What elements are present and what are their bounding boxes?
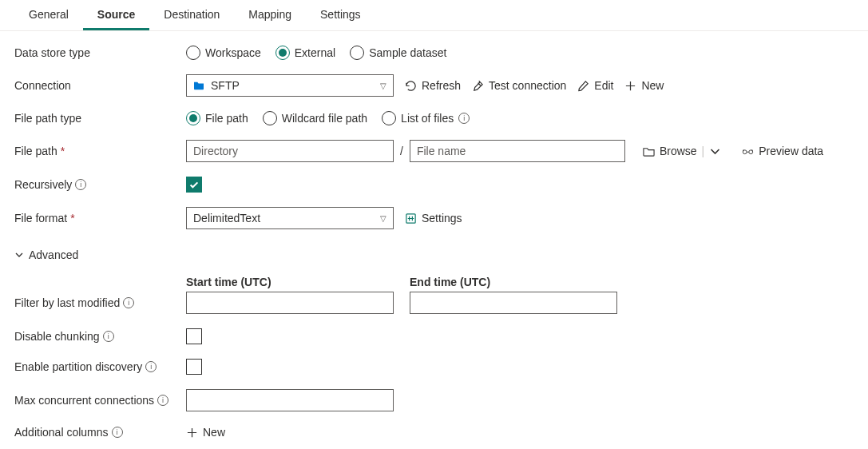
path-separator: / (400, 145, 403, 157)
settings-icon (405, 213, 417, 224)
label-recursively: Recursively i (14, 178, 186, 191)
label-disable-chunking: Disable chunking i (14, 330, 186, 343)
directory-input[interactable] (186, 140, 394, 162)
file-format-value: DelimitedText (193, 212, 260, 224)
connection-value: SFTP (211, 79, 240, 92)
browse-dropdown[interactable] (709, 145, 721, 157)
radio-workspace[interactable]: Workspace (186, 46, 261, 60)
format-settings-button[interactable]: Settings (405, 212, 462, 224)
filename-input[interactable] (410, 140, 625, 162)
tab-bar: General Source Destination Mapping Setti… (0, 0, 868, 31)
refresh-icon (405, 80, 417, 92)
edit-icon (577, 80, 589, 92)
refresh-button[interactable]: Refresh (405, 79, 461, 92)
label-file-path-type: File path type (14, 112, 186, 125)
add-column-button[interactable]: New (186, 426, 225, 439)
label-max-concurrent: Max concurrent connections i (14, 394, 186, 407)
test-connection-button[interactable]: Test connection (472, 79, 566, 92)
test-icon (472, 80, 484, 92)
radio-list-of-files[interactable]: List of files i (382, 111, 470, 125)
radio-external[interactable]: External (275, 46, 335, 60)
connection-select[interactable]: SFTP ▽ (186, 74, 394, 97)
info-icon[interactable]: i (75, 179, 86, 190)
end-time-input[interactable] (410, 292, 617, 314)
chevron-down-icon (14, 250, 24, 260)
info-icon[interactable]: i (157, 395, 168, 406)
label-additional-columns: Additional columns i (14, 426, 186, 439)
info-icon[interactable]: i (145, 361, 157, 372)
tab-source[interactable]: Source (83, 0, 149, 30)
advanced-toggle[interactable]: Advanced (14, 248, 78, 261)
tab-settings[interactable]: Settings (306, 0, 375, 30)
info-icon[interactable]: i (103, 331, 114, 342)
partition-discovery-checkbox[interactable] (186, 359, 202, 375)
chevron-down-icon: ▽ (380, 214, 386, 223)
plus-icon (624, 80, 636, 92)
browse-button[interactable]: Browse (643, 145, 697, 157)
label-data-store-type: Data store type (14, 46, 186, 59)
folder-outline-icon (643, 145, 655, 157)
label-end-time: End time (UTC) (410, 276, 617, 288)
label-start-time: Start time (UTC) (186, 276, 394, 288)
check-icon (188, 179, 200, 190)
start-time-input[interactable] (186, 292, 394, 314)
label-file-format: File format* (14, 212, 186, 224)
file-path-type-radios: File path Wildcard file path List of fil… (186, 111, 470, 125)
file-format-select[interactable]: DelimitedText ▽ (186, 207, 394, 229)
label-enable-partition-discovery: Enable partition discovery i (14, 360, 186, 373)
info-icon[interactable]: i (458, 113, 470, 124)
chevron-down-icon: ▽ (380, 81, 386, 90)
disable-chunking-checkbox[interactable] (186, 328, 202, 344)
tab-general[interactable]: General (14, 0, 83, 30)
radio-sample-dataset[interactable]: Sample dataset (350, 46, 446, 60)
source-form: Data store type Workspace External Sampl… (0, 31, 868, 449)
plus-icon (186, 427, 198, 439)
folder-icon (193, 81, 204, 90)
tab-mapping[interactable]: Mapping (234, 0, 306, 30)
divider: | (702, 145, 705, 157)
preview-data-button[interactable]: Preview data (742, 145, 823, 157)
info-icon[interactable]: i (123, 297, 134, 308)
tab-destination[interactable]: Destination (149, 0, 234, 30)
data-store-type-radios: Workspace External Sample dataset (186, 46, 446, 60)
radio-wildcard[interactable]: Wildcard file path (263, 111, 367, 125)
new-connection-button[interactable]: New (624, 79, 664, 92)
label-filter-last-modified: Filter by last modified i (14, 296, 186, 309)
label-connection: Connection (14, 79, 186, 92)
glasses-icon (742, 145, 754, 157)
max-concurrent-input[interactable] (186, 389, 394, 411)
info-icon[interactable]: i (112, 427, 123, 438)
chevron-down-icon (709, 145, 721, 157)
recursively-checkbox[interactable] (186, 177, 202, 193)
edit-button[interactable]: Edit (577, 79, 613, 92)
label-file-path: File path* (14, 145, 186, 157)
radio-file-path[interactable]: File path (186, 111, 248, 125)
